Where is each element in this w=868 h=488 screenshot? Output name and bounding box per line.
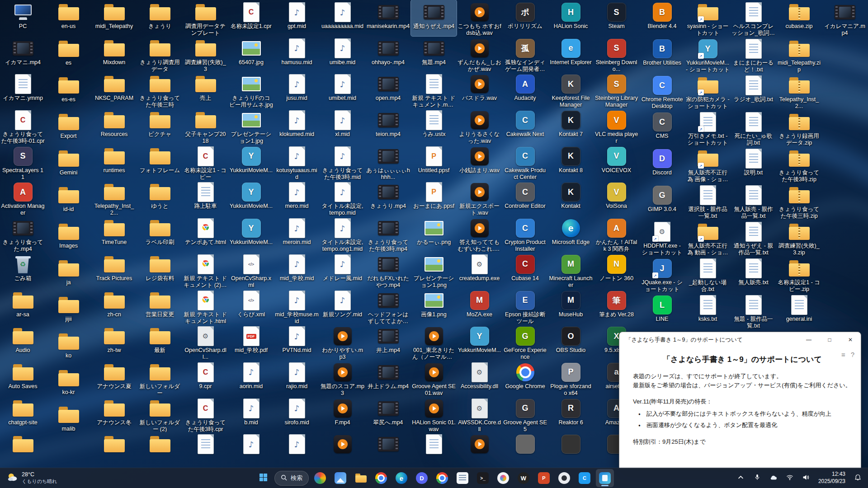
desktop-icon[interactable]: PUntitled.ppsf xyxy=(411,144,457,180)
desktop-icon[interactable]: teion.mp4 xyxy=(365,108,411,144)
desktop-icon[interactable]: KKontakt 7 xyxy=(548,108,594,144)
desktop-icon[interactable]: きょうり食ってた午後三時 xyxy=(137,72,183,108)
desktop-icon[interactable]: J↗JQuake.exe - ショートカット xyxy=(639,256,685,293)
desktop-icon[interactable]: ♪メドレー風.mid xyxy=(320,252,365,288)
desktop-icon[interactable]: ♪きょうり食ってた午後3時.mid xyxy=(320,144,365,180)
desktop-icon[interactable]: Resources xyxy=(91,108,137,144)
desktop-icon[interactable]: Y↗YukkuriMovieM... - ショートカット xyxy=(685,37,731,73)
desktop-icon[interactable]: ↗万引きメモ.txt - ショートカット xyxy=(685,110,731,146)
desktop-icon[interactable]: HHALion Sonic xyxy=(548,0,594,36)
desktop-icon[interactable]: きょうり食ってた午後3時.zip xyxy=(776,146,822,183)
desktop-icon[interactable]: SSteam xyxy=(594,0,639,36)
desktop-icon[interactable]: YYukkuriMovieM... xyxy=(228,144,274,180)
desktop-icon[interactable]: CController Editor xyxy=(502,180,548,216)
desktop-icon[interactable]: GGroove Agent SE 5 xyxy=(502,396,548,432)
desktop-icon[interactable]: en-us xyxy=(46,0,91,37)
desktop-icon[interactable] xyxy=(548,432,594,468)
dialog-titlebar[interactable]: 「さよなら手書き 1～9」のサポートについて — □ ✕ xyxy=(619,332,861,347)
desktop-icon[interactable]: Google Chrome xyxy=(502,360,548,396)
desktop-icon[interactable]: </>くらび.xml xyxy=(228,288,274,324)
desktop-icon[interactable]: jijii xyxy=(46,293,91,329)
desktop-icon[interactable]: F.mp4 xyxy=(320,396,365,432)
desktop-icon[interactable]: eMicrosoft Edge xyxy=(548,216,594,252)
taskbar-app-code[interactable]: C xyxy=(576,469,594,487)
desktop-icon[interactable]: Pおーまにあ.ppsf xyxy=(411,180,457,216)
desktop-icon[interactable]: 無題 - 親作品一覧.txt xyxy=(731,293,776,329)
desktop-icon[interactable]: ⚙createdump.exe xyxy=(457,252,502,288)
desktop-icon[interactable]: ♪umibet.mid xyxy=(320,72,365,108)
desktop-icon[interactable]: ♪ xyxy=(228,432,274,468)
desktop-icon[interactable]: ♪aorin.mid xyxy=(228,360,274,396)
desktop-icon[interactable] xyxy=(0,432,46,468)
desktop-icon[interactable]: 無題のスコア.mp3 xyxy=(320,360,365,396)
desktop-icon[interactable]: ♪mid_学校.mid xyxy=(274,252,320,288)
desktop-icon[interactable]: PPlogue sforzando x64 xyxy=(548,360,594,396)
desktop-icon[interactable]: VVOICEVOX xyxy=(594,144,639,180)
desktop-icon[interactable]: 新規 テキスト ドキュメント.html xyxy=(183,288,228,324)
taskbar-app-photos[interactable] xyxy=(331,469,349,487)
desktop-icon[interactable]: ♪b.mid xyxy=(228,396,274,432)
taskbar-app-powerpoint[interactable]: P xyxy=(535,469,553,487)
desktop-icon[interactable]: YYukkuriMovieM... xyxy=(228,216,274,252)
desktop-icon[interactable]: DDiscord xyxy=(639,146,685,183)
desktop-icon[interactable]: 営業日変更 xyxy=(137,288,183,324)
desktop-icon[interactable]: MMuseHub xyxy=(548,288,594,324)
taskbar-app-chrome[interactable] xyxy=(372,469,390,487)
desktop-icon[interactable]: Auto Saves xyxy=(0,360,46,396)
desktop-icon[interactable]: 父子キャンプ2018 xyxy=(183,108,228,144)
desktop-icon[interactable]: うみ.ustx xyxy=(411,108,457,144)
desktop-icon[interactable]: zh-cn xyxy=(91,288,137,324)
desktop-icon[interactable]: SSteinberg Library Manager xyxy=(594,72,639,108)
desktop-icon[interactable]: GGIMP 3.0.4 xyxy=(639,183,685,220)
minimize-button[interactable]: — xyxy=(798,332,819,347)
desktop-icon[interactable]: AAudacity xyxy=(502,72,548,108)
desktop-icon[interactable]: きょうりFのコピー用サムネ.jpg xyxy=(228,72,274,108)
desktop-icon[interactable]: Audio xyxy=(0,324,46,360)
desktop-icon[interactable] xyxy=(365,432,411,468)
desktop-icon[interactable]: CCMS xyxy=(639,110,685,146)
desktop-icon[interactable]: Aかんたん！AITalk 3 関西弁 xyxy=(594,216,639,252)
desktop-icon[interactable]: ⚙OpenCvSharp.dll... xyxy=(183,324,228,360)
maximize-button[interactable]: □ xyxy=(819,332,840,347)
desktop-icon[interactable]: 無人販売 - 親作品一覧.txt xyxy=(731,183,776,220)
desktop-icon[interactable]: よりうるさくなった.wav xyxy=(457,108,502,144)
desktop-icon[interactable]: 通知うぜえ - 親作品一覧.txt xyxy=(731,220,776,256)
desktop-icon[interactable]: BBlender 4.4 xyxy=(639,0,685,37)
desktop-icon[interactable]: ♪jusu.mid xyxy=(274,72,320,108)
desktop-icon[interactable]: ♪rajio.mid xyxy=(274,360,320,396)
desktop-icon[interactable]: HALion Sonic 01.wav xyxy=(411,396,457,432)
desktop-icon[interactable] xyxy=(411,432,457,468)
desktop-icon[interactable]: malib xyxy=(46,403,91,439)
taskbar-app-terminal[interactable]: >_ xyxy=(474,469,492,487)
desktop-icon[interactable]: ♪gpt.mid xyxy=(274,0,320,36)
desktop-icon[interactable]: ohhayo-.mp4 xyxy=(365,36,411,72)
desktop-icon[interactable]: CChrome Remote Desktop xyxy=(639,73,685,110)
desktop-icon[interactable]: ♪タイトル未設定, tempo.mid xyxy=(320,180,365,216)
desktop-icon[interactable]: midi_Telepathy.zip xyxy=(776,37,822,73)
desktop-icon[interactable]: ピクチャ xyxy=(137,108,183,144)
desktop-icon[interactable]: 001_東北きりたん（ノーマル）_少しヤ... xyxy=(411,324,457,360)
desktop-icon[interactable]: Telepathy_Inst_2... xyxy=(776,73,822,110)
desktop-icon[interactable]: C名称未設定1.cpr xyxy=(228,0,274,36)
desktop-icon[interactable]: OOBS Studio xyxy=(548,324,594,360)
desktop-icon[interactable]: YYukkuriMovieM... xyxy=(228,180,274,216)
desktop-icon[interactable]: ko-kr xyxy=(46,366,91,403)
desktop-icon[interactable]: CCubase 14 xyxy=(502,252,548,288)
desktop-icon[interactable]: EEpson 接続診断ツール xyxy=(502,288,548,324)
desktop-icon[interactable] xyxy=(91,432,137,468)
taskbar-app-file-explorer[interactable] xyxy=(352,469,370,487)
desktop-icon[interactable] xyxy=(320,432,365,468)
desktop-icon[interactable]: open.mp4 xyxy=(365,72,411,108)
desktop-icon[interactable] xyxy=(137,432,183,468)
volume-button[interactable] xyxy=(798,470,814,486)
desktop-icon[interactable]: きょうり食ってた.mp4 xyxy=(0,216,46,252)
desktop-icon[interactable]: C9.cpr xyxy=(183,360,228,396)
desktop-icon[interactable]: </>OpenCvSharp.xml xyxy=(228,252,274,288)
desktop-icon[interactable]: テンポあて.html xyxy=(183,216,228,252)
desktop-icon[interactable]: ↗syasinn - ショートカット xyxy=(685,0,731,37)
taskbar-app-dark-app[interactable]: W xyxy=(514,469,533,487)
desktop-icon[interactable]: 筆筆まめ Ver.28 xyxy=(594,288,639,324)
mic-button[interactable] xyxy=(750,470,765,486)
desktop-icon[interactable]: 新しいフォルダー xyxy=(137,360,183,396)
search-box[interactable]: 検索 xyxy=(274,471,309,486)
